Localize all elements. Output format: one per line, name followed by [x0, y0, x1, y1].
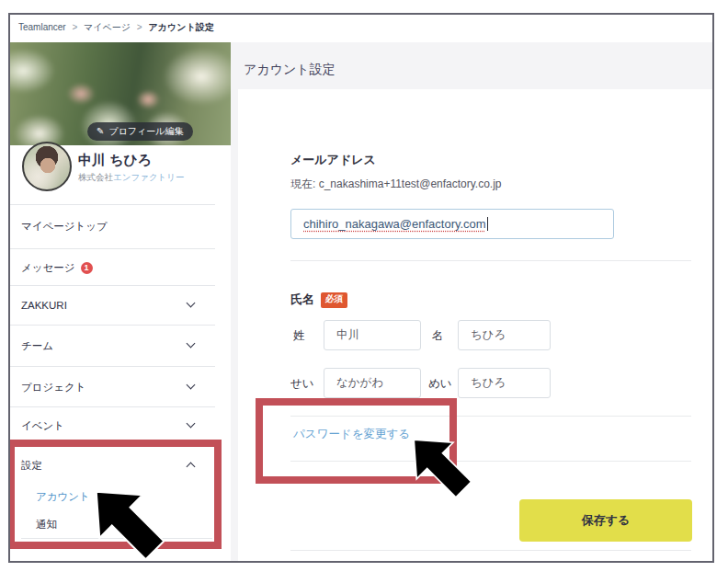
page-title: アカウント設定 — [244, 62, 336, 78]
company-link[interactable]: エンファクトリー — [113, 172, 185, 182]
breadcrumb-current: アカウント設定 — [148, 22, 213, 32]
pencil-icon: ✎ — [97, 127, 104, 136]
chevron-down-icon — [187, 419, 196, 429]
chevron-down-icon — [187, 381, 196, 390]
sidebar-item-mypage-top[interactable]: マイページトップ — [10, 217, 231, 235]
first-name-label: 名 — [432, 328, 444, 344]
unread-badge: 1 — [81, 262, 93, 274]
current-email: 現在: c_nakashima+11test@enfactory.co.jp — [290, 177, 502, 192]
chevron-down-icon — [187, 299, 196, 308]
section-divider — [290, 416, 691, 417]
sidebar-item-account[interactable]: アカウント — [10, 487, 231, 506]
email-label: メールアドレス — [290, 152, 376, 168]
chevron-up-icon — [187, 463, 196, 472]
last-kana-label: せい — [290, 376, 314, 392]
company-prefix: 株式会社 — [78, 172, 113, 182]
main-area: アカウント設定 メールアドレス 現在: c_nakashima+11test@e… — [231, 42, 712, 561]
section-divider — [290, 550, 691, 551]
first-kana-input[interactable] — [458, 368, 551, 398]
profile-edit-button[interactable]: ✎ プロフィール編集 — [87, 122, 193, 141]
change-password-link[interactable]: パスワードを変更する — [293, 427, 410, 442]
sidebar-item-project[interactable]: プロジェクト — [10, 378, 231, 396]
sidebar-item-notifications[interactable]: 通知 — [10, 515, 231, 533]
sidebar-item-settings[interactable]: 設定 — [10, 456, 231, 474]
account-settings-card: メールアドレス 現在: c_nakashima+11test@enfactory… — [238, 89, 712, 561]
breadcrumb: Teamlancer > マイページ > アカウント設定 — [10, 15, 712, 42]
sidebar-item-team[interactable]: チーム — [10, 337, 231, 355]
sidebar-item-messages[interactable]: メッセージ 1 — [10, 258, 231, 277]
first-kana-label: めい — [428, 376, 452, 392]
section-divider — [290, 461, 691, 462]
profile-company: 株式会社エンファクトリー — [78, 172, 185, 184]
save-button[interactable]: 保存する — [519, 499, 692, 542]
screenshot-stage: Teamlancer > マイページ > アカウント設定 ✎ プロフィール編集 … — [0, 0, 728, 583]
sidebar-item-event[interactable]: イベント — [10, 417, 231, 435]
name-label: 氏名必須 — [290, 292, 347, 308]
breadcrumb-separator: > — [137, 22, 142, 32]
text-cursor — [487, 217, 489, 231]
last-name-label: 姓 — [293, 328, 305, 344]
breadcrumb-separator: > — [72, 22, 77, 32]
current-email-value: c_nakashima+11test@enfactory.co.jp — [319, 177, 502, 190]
sidebar: ✎ プロフィール編集 中川 ちひろ 株式会社エンファクトリー マイページトップ … — [10, 42, 231, 561]
section-divider — [290, 260, 691, 261]
email-input-value: chihiro_nakagawa@enfactory.com — [303, 217, 486, 231]
profile-name: 中川 ちひろ — [78, 152, 152, 169]
sidebar-item-zakkuri[interactable]: ZAKKURI — [10, 296, 231, 314]
breadcrumb-home[interactable]: Teamlancer — [18, 22, 66, 32]
profile-edit-label: プロフィール編集 — [108, 125, 183, 138]
chevron-down-icon — [187, 339, 196, 349]
breadcrumb-mypage[interactable]: マイページ — [84, 22, 131, 32]
first-name-input[interactable] — [458, 320, 551, 350]
app-window: Teamlancer > マイページ > アカウント設定 ✎ プロフィール編集 … — [8, 13, 714, 563]
email-input[interactable]: chihiro_nakagawa@enfactory.com — [290, 209, 614, 239]
avatar[interactable] — [22, 142, 72, 191]
last-kana-input[interactable] — [324, 368, 421, 398]
current-email-prefix: 現在: — [290, 177, 315, 190]
last-name-input[interactable] — [324, 320, 421, 350]
required-badge: 必須 — [321, 292, 347, 308]
